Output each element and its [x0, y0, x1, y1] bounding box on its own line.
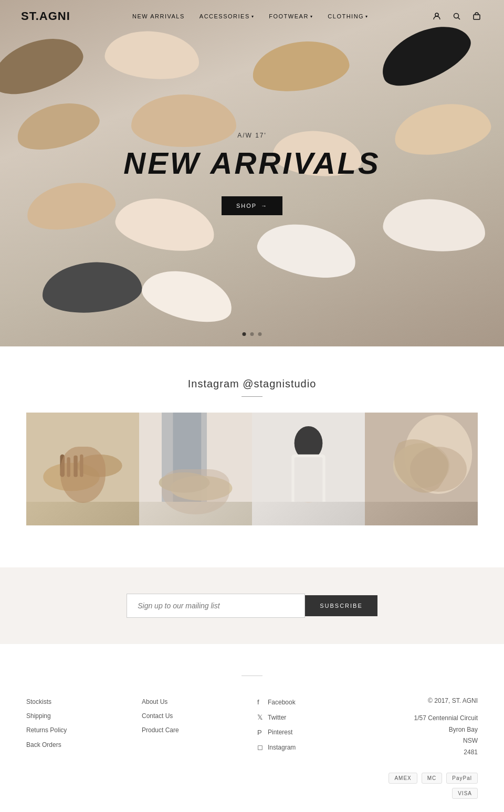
mailing-form: SUBSCRIBE [127, 594, 377, 618]
instagram-section: Instagram @stagnistudio [0, 346, 504, 546]
svg-rect-3 [474, 15, 480, 19]
paypal-payment-icon: PayPal [446, 773, 478, 784]
main-nav: NEW ARRIVALS ACCESSORIES ▾ FOOTWEAR ▾ CL… [132, 13, 369, 19]
footer-copyright: © 2017, ST. AGNI [373, 697, 478, 704]
payment-icons: AMEX MC PayPal VISA [373, 773, 478, 799]
instagram-item-2[interactable] [139, 413, 252, 525]
footer-link-instagram[interactable]: ◻ Instagram [257, 742, 362, 753]
site-footer: Stockists Shipping Returns Policy Back O… [0, 665, 504, 812]
amex-payment-icon: AMEX [388, 773, 417, 784]
site-logo[interactable]: ST.AGNI [21, 9, 70, 23]
chevron-down-icon: ▾ [310, 14, 313, 19]
nav-item-clothing[interactable]: CLOTHING ▾ [328, 13, 368, 19]
hero-dot-2[interactable] [250, 332, 254, 336]
nav-item-new-arrivals[interactable]: NEW ARRIVALS [132, 13, 185, 19]
footer-col-1: Stockists Shipping Returns Policy Back O… [26, 697, 131, 799]
subscribe-button[interactable]: SUBSCRIBE [305, 595, 377, 616]
footer-grid: Stockists Shipping Returns Policy Back O… [26, 697, 478, 799]
instagram-title: Instagram @stagnistudio [21, 378, 483, 390]
footer-col-3: f Facebook 𝕏 Twitter P Pinterest ◻ Insta… [257, 697, 362, 799]
footer-link-productcare[interactable]: Product Care [142, 725, 247, 735]
search-icon[interactable] [450, 10, 463, 23]
footer-link-facebook[interactable]: f Facebook [257, 697, 362, 708]
footer-col-4: © 2017, ST. AGNI 1/57 Centennial Circuit… [373, 697, 478, 799]
hero-dot-3[interactable] [258, 332, 262, 336]
mastercard-payment-icon: MC [422, 773, 443, 784]
footer-link-contact[interactable]: Contact Us [142, 711, 247, 721]
instagram-item-3[interactable] [252, 413, 365, 525]
footer-address: 1/57 Centennial Circuit Byron Bay NSW 24… [373, 713, 478, 758]
svg-rect-9 [74, 456, 78, 477]
svg-point-0 [435, 13, 438, 16]
footer-link-twitter[interactable]: 𝕏 Twitter [257, 712, 362, 723]
visa-payment-icon: VISA [452, 788, 478, 799]
footer-divider [242, 676, 262, 676]
shop-button[interactable]: SHOP → [222, 196, 282, 215]
instagram-grid [26, 413, 478, 525]
user-icon[interactable] [430, 10, 443, 23]
instagram-image-1 [26, 413, 139, 502]
cart-icon[interactable] [470, 10, 483, 23]
arrow-icon: → [261, 203, 268, 209]
chevron-down-icon: ▾ [365, 14, 369, 19]
site-header: ST.AGNI NEW ARRIVALS ACCESSORIES ▾ FOOTW… [0, 0, 504, 33]
mailing-section: SUBSCRIBE [0, 567, 504, 644]
footer-link-about[interactable]: About Us [142, 697, 247, 707]
svg-point-6 [77, 455, 122, 477]
header-icon-group [430, 10, 483, 23]
hero-content: A/W 17' NEW ARRIVALS SHOP → [123, 132, 380, 215]
svg-point-14 [170, 476, 232, 500]
svg-rect-7 [60, 455, 65, 477]
nav-item-accessories[interactable]: ACCESSORIES ▾ [200, 13, 254, 19]
svg-point-1 [454, 14, 458, 18]
footer-link-returns[interactable]: Returns Policy [26, 725, 131, 735]
svg-point-15 [159, 472, 210, 493]
svg-rect-13 [173, 413, 202, 502]
nav-item-footwear[interactable]: FOOTWEAR ▾ [269, 13, 313, 19]
facebook-icon: f [257, 697, 265, 708]
hero-season: A/W 17' [123, 132, 380, 139]
chevron-down-icon: ▾ [251, 14, 255, 19]
footer-link-shipping[interactable]: Shipping [26, 711, 131, 721]
instagram-item-4[interactable] [365, 413, 478, 525]
instagram-image-3 [252, 413, 365, 502]
svg-rect-10 [80, 455, 83, 477]
footer-link-stockists[interactable]: Stockists [26, 697, 131, 707]
instagram-divider [242, 396, 262, 397]
svg-rect-4 [26, 413, 139, 502]
footer-col-2: About Us Contact Us Product Care [142, 697, 247, 799]
svg-rect-8 [67, 457, 70, 477]
footer-link-backorders[interactable]: Back Orders [26, 740, 131, 750]
hero-dot-1[interactable] [243, 332, 246, 336]
instagram-item-1[interactable] [26, 413, 139, 525]
svg-point-5 [43, 463, 100, 491]
footer-link-pinterest[interactable]: P Pinterest [257, 727, 362, 739]
hero-title: NEW ARRIVALS [123, 145, 380, 181]
hero-pagination [243, 332, 262, 336]
instagram-image-2 [139, 413, 252, 502]
pinterest-icon: P [257, 727, 265, 739]
twitter-icon: 𝕏 [257, 712, 265, 723]
mailing-input[interactable] [127, 594, 305, 618]
instagram-icon: ◻ [257, 742, 265, 753]
instagram-image-4 [365, 413, 478, 502]
hero-section: A/W 17' NEW ARRIVALS SHOP → [0, 0, 504, 346]
svg-rect-19 [295, 457, 323, 502]
svg-line-2 [458, 18, 460, 20]
